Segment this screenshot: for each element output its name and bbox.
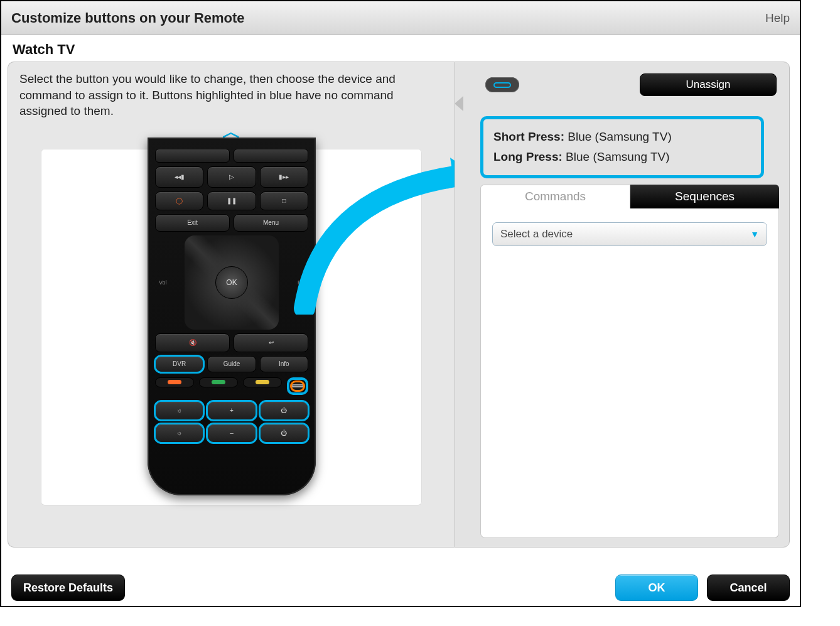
chevron-down-icon: ▼ — [750, 229, 759, 239]
row-transport-1: ◂◂▮ ▷ ▮▸▸ — [155, 166, 308, 188]
remote-btn-pause[interactable]: ❚❚ — [207, 192, 256, 210]
minus-icon: – — [230, 429, 234, 436]
device-select[interactable]: Select a device ▼ — [492, 222, 767, 246]
short-press-row: Short Press: Blue (Samsung TV) — [493, 127, 751, 147]
ok-button[interactable]: OK — [615, 575, 698, 601]
remote-btn-dvr[interactable]: DVR — [155, 356, 203, 372]
panel-notch-icon — [455, 96, 463, 111]
remote-btn-yellow[interactable] — [243, 377, 282, 387]
row-extra-1: ☼ + ⏻ — [155, 401, 308, 420]
remote-btn-ok[interactable]: OK — [215, 266, 248, 299]
row-extra-2: ☼ – ⏻ — [155, 424, 308, 443]
remote-btn-minus[interactable]: – — [207, 424, 256, 443]
footer-right: OK Cancel — [615, 575, 790, 601]
dialog-window: Customize buttons on your Remote Help Wa… — [0, 0, 801, 607]
short-press-label: Short Press: — [493, 130, 564, 143]
remote-btn-stop[interactable]: □ — [260, 192, 308, 210]
remote-btn-record[interactable]: ◯ — [155, 192, 203, 210]
blue-pill-icon — [291, 384, 304, 387]
stop-icon: □ — [282, 197, 286, 204]
cancel-button[interactable]: Cancel — [707, 575, 790, 601]
row-activity — [155, 149, 308, 163]
row-color-pills — [155, 377, 308, 395]
dialog-title: Customize buttons on your Remote — [11, 10, 245, 26]
remote-btn-rewind[interactable]: ◂◂▮ — [155, 166, 203, 188]
row-transport-2: ◯ ❚❚ □ — [155, 192, 308, 210]
tab-body-commands: Select a device ▼ — [480, 208, 779, 538]
plus-icon: + — [230, 407, 234, 414]
remote-btn-red[interactable] — [155, 377, 194, 387]
assignment-header: Unassign — [455, 62, 789, 101]
rewind-icon: ◂◂▮ — [175, 173, 185, 180]
remote-btn-bulb-2[interactable]: ☼ — [155, 424, 203, 443]
unassign-button[interactable]: Unassign — [640, 73, 777, 96]
remote-btn-mute[interactable]: 🔇 — [155, 333, 230, 352]
long-press-row: Long Press: Blue (Samsung TV) — [493, 147, 751, 167]
record-icon: ◯ — [176, 197, 183, 204]
remote-btn-guide[interactable]: Guide — [207, 356, 256, 372]
green-pill-icon — [212, 380, 225, 384]
dpad-area: Vol Pg OK — [155, 235, 308, 330]
remote-btn-back[interactable]: ↩ — [234, 333, 308, 352]
remote-btn-fastforward[interactable]: ▮▸▸ — [260, 166, 308, 188]
plug-icon-2: ⏻ — [281, 429, 287, 436]
remote-btn-top-right[interactable] — [234, 149, 308, 163]
row-exit-menu: Exit Menu — [155, 214, 308, 232]
mute-icon: 🔇 — [189, 339, 197, 346]
press-assignment-box: Short Press: Blue (Samsung TV) Long Pres… — [480, 116, 764, 178]
short-press-value: Blue (Samsung TV) — [568, 130, 671, 143]
remote-btn-plug-2[interactable]: ⏻ — [260, 424, 308, 443]
titlebar: Customize buttons on your Remote Help — [1, 1, 800, 35]
tab-commands[interactable]: Commands — [480, 185, 630, 208]
device-select-placeholder: Select a device — [500, 228, 573, 240]
remote-btn-play[interactable]: ▷ — [207, 166, 256, 188]
remote-body: ◂◂▮ ▷ ▮▸▸ ◯ ❚❚ □ Exit Menu Vol — [148, 138, 316, 495]
help-link[interactable]: Help — [765, 11, 790, 25]
tabs: Commands Sequences — [480, 185, 779, 208]
remote-panel: Select the button you would like to chan… — [8, 62, 455, 548]
bulb-icon-2: ☼ — [176, 429, 182, 436]
row-mute-back: 🔇 ↩ — [155, 333, 308, 352]
long-press-value: Blue (Samsung TV) — [566, 150, 669, 163]
plug-icon: ⏻ — [281, 407, 287, 414]
back-icon: ↩ — [269, 339, 274, 346]
remote-btn-green[interactable] — [199, 377, 238, 387]
remote-btn-plus[interactable]: + — [207, 401, 256, 420]
remote-btn-bulb-1[interactable]: ☼ — [155, 401, 203, 420]
remote-btn-menu[interactable]: Menu — [234, 214, 308, 232]
pause-icon: ❚❚ — [227, 197, 237, 204]
selected-button-indicator-icon — [485, 77, 519, 92]
assignment-panel: Unassign Short Press: Blue (Samsung TV) … — [455, 62, 790, 548]
remote-btn-plug-1[interactable]: ⏻ — [260, 401, 308, 420]
remote-btn-info[interactable]: Info — [260, 356, 308, 372]
content-area: Select the button you would like to chan… — [1, 62, 800, 548]
instructions-text: Select the button you would like to chan… — [8, 62, 455, 123]
ff-icon: ▮▸▸ — [279, 173, 289, 180]
remote-btn-blue[interactable] — [291, 381, 304, 391]
play-icon: ▷ — [229, 173, 234, 180]
row-dvr-guide-info: DVR Guide Info — [155, 356, 308, 372]
remote-stage: ◂◂▮ ▷ ▮▸▸ ◯ ❚❚ □ Exit Menu Vol — [41, 149, 422, 505]
restore-defaults-button[interactable]: Restore Defaults — [11, 575, 125, 601]
footer: Restore Defaults OK Cancel — [1, 575, 800, 601]
vol-label: Vol — [159, 279, 167, 286]
yellow-pill-icon — [256, 380, 269, 384]
activity-name: Watch TV — [1, 35, 800, 62]
remote-btn-exit[interactable]: Exit — [155, 214, 230, 232]
remote-btn-top-left[interactable] — [155, 149, 230, 163]
pg-label: Pg — [298, 279, 304, 286]
red-pill-icon — [168, 380, 181, 384]
bulb-icon: ☼ — [176, 407, 182, 414]
long-press-label: Long Press: — [493, 150, 563, 163]
remote-btn-blue-selected-wrap — [287, 377, 308, 395]
tab-sequences[interactable]: Sequences — [630, 185, 779, 208]
